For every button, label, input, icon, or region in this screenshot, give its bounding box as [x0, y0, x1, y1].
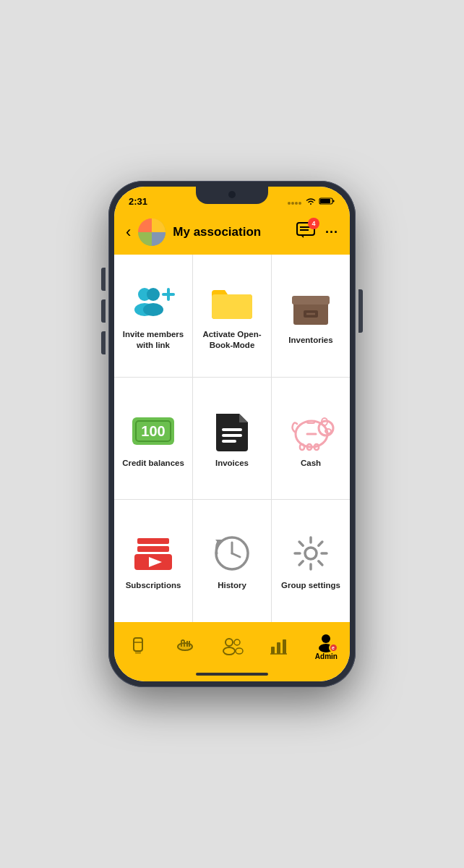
- invite-item[interactable]: Invite members with link: [114, 255, 192, 377]
- status-icons: [288, 197, 335, 205]
- svg-rect-10: [138, 232, 152, 246]
- bottom-nav: e Admin: [114, 622, 350, 667]
- svg-point-50: [305, 548, 317, 559]
- svg-line-56: [319, 561, 322, 565]
- svg-rect-71: [277, 642, 280, 654]
- svg-text:100: 100: [141, 423, 165, 439]
- cash-label: Cash: [301, 458, 321, 469]
- svg-rect-6: [333, 200, 335, 203]
- settings-label: Group settings: [281, 580, 340, 591]
- nav-admin[interactable]: e Admin: [303, 632, 350, 660]
- svg-rect-38: [300, 444, 304, 450]
- svg-point-0: [288, 202, 291, 205]
- inventories-item[interactable]: Inventories: [272, 255, 350, 377]
- svg-rect-5: [320, 199, 330, 203]
- header: ‹ My association: [114, 213, 350, 255]
- more-button[interactable]: ···: [325, 225, 338, 240]
- openbook-label: Activate Open-Book-Mode: [199, 329, 265, 351]
- inventories-label: Inventories: [288, 335, 332, 346]
- invoices-item[interactable]: Invoices: [193, 378, 271, 500]
- svg-rect-61: [135, 651, 141, 654]
- svg-rect-70: [271, 647, 275, 654]
- svg-rect-59: [134, 638, 142, 651]
- credit-item[interactable]: 100 Credit balances: [114, 378, 192, 500]
- history-label: History: [218, 580, 246, 591]
- nav-stats[interactable]: [256, 637, 303, 655]
- svg-rect-24: [292, 296, 330, 305]
- battery-icon: [319, 197, 335, 205]
- svg-rect-72: [283, 639, 286, 654]
- subscription-icon: [130, 534, 176, 573]
- nav-drinks[interactable]: [114, 637, 161, 655]
- subscriptions-item[interactable]: Subscriptions: [114, 500, 192, 622]
- svg-point-19: [143, 303, 163, 316]
- svg-rect-42: [137, 538, 169, 544]
- main-grid: Invite members with link Activate Open-B…: [114, 255, 350, 622]
- svg-point-67: [223, 647, 235, 655]
- subscriptions-label: Subscriptions: [126, 580, 181, 591]
- piggy-icon: [288, 412, 334, 451]
- nav-food[interactable]: [161, 637, 208, 655]
- invite-icon: [130, 283, 176, 322]
- message-badge: 4: [308, 218, 319, 229]
- back-button[interactable]: ‹: [126, 223, 131, 242]
- archive-icon: [288, 289, 334, 328]
- nav-members[interactable]: [208, 637, 255, 655]
- cash-item[interactable]: Cash: [272, 378, 350, 500]
- invoices-label: Invoices: [215, 458, 249, 469]
- camera: [228, 191, 236, 198]
- svg-point-68: [234, 639, 240, 645]
- svg-rect-30: [222, 428, 242, 431]
- members-nav-icon: [222, 637, 242, 655]
- phone-frame: 2:31: [108, 181, 356, 687]
- food-nav-icon: [176, 637, 194, 655]
- svg-rect-9: [152, 218, 166, 232]
- svg-line-55: [299, 542, 303, 545]
- settings-icon: [288, 534, 334, 573]
- admin-label: Admin: [315, 652, 338, 660]
- svg-point-2: [295, 202, 298, 205]
- wifi-icon: [305, 197, 317, 205]
- svg-rect-32: [222, 440, 236, 443]
- stats-nav-icon: [270, 637, 288, 655]
- svg-point-18: [147, 288, 160, 301]
- svg-line-48: [232, 553, 240, 557]
- credit-icon: 100: [130, 412, 176, 451]
- home-bar: [196, 673, 268, 676]
- page-title: My association: [173, 225, 289, 239]
- svg-point-66: [225, 639, 233, 646]
- phone-screen: 2:31: [114, 187, 350, 681]
- svg-rect-43: [137, 546, 169, 552]
- svg-text:e: e: [332, 645, 335, 650]
- messages-button[interactable]: 4: [296, 222, 315, 242]
- header-actions: 4 ···: [296, 222, 338, 242]
- signal-icon: [288, 197, 302, 205]
- history-item[interactable]: History: [193, 500, 271, 622]
- svg-point-74: [322, 634, 330, 643]
- status-time: 2:31: [129, 196, 147, 207]
- admin-badge-icon: e: [331, 644, 337, 650]
- history-icon: [209, 534, 255, 573]
- svg-rect-8: [138, 218, 152, 232]
- svg-line-57: [319, 542, 322, 545]
- notch: [196, 187, 268, 204]
- avatar[interactable]: [138, 218, 166, 246]
- svg-rect-31: [222, 434, 242, 437]
- invoice-icon: [209, 412, 255, 451]
- svg-point-1: [291, 202, 294, 205]
- openbook-item[interactable]: Activate Open-Book-Mode: [193, 255, 271, 377]
- svg-line-58: [299, 561, 303, 565]
- folder-icon: [209, 283, 255, 322]
- settings-item[interactable]: Group settings: [272, 500, 350, 622]
- home-indicator: [114, 667, 350, 681]
- svg-point-69: [236, 648, 243, 654]
- drink-nav-icon: [130, 637, 146, 655]
- credit-label: Credit balances: [122, 458, 184, 469]
- svg-rect-11: [152, 232, 166, 246]
- invite-label: Invite members with link: [120, 329, 186, 351]
- svg-marker-15: [301, 235, 304, 238]
- svg-point-3: [298, 202, 301, 205]
